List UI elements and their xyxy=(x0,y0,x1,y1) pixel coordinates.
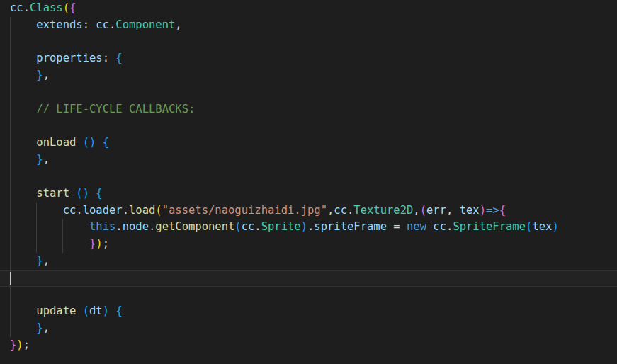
code-token-default: ; xyxy=(23,339,30,351)
code-token-default: ; xyxy=(103,237,109,250)
code-line[interactable]: // LIFE-CYCLE CALLBACKS: xyxy=(10,101,559,118)
code-token-default xyxy=(96,136,102,149)
code-token-default: . xyxy=(123,204,129,217)
code-token-default xyxy=(10,237,89,250)
code-line[interactable]: this.node.getComponent(cc.Sprite).sprite… xyxy=(10,219,559,236)
code-token-function: onLoad xyxy=(36,136,76,149)
code-line[interactable]: cc.Class({ xyxy=(10,0,559,17)
code-line[interactable] xyxy=(10,169,559,186)
code-token-default xyxy=(10,322,36,334)
code-token-variable: err xyxy=(426,204,446,217)
code-token-variable: cc xyxy=(334,204,347,217)
code-line[interactable]: extends: cc.Component, xyxy=(10,17,559,34)
code-line[interactable]: }, xyxy=(10,253,559,270)
code-token-bracket3: } xyxy=(36,153,43,166)
code-token-variable: cc xyxy=(242,220,255,233)
code-token-default: , xyxy=(175,18,181,31)
code-token-default xyxy=(10,220,89,233)
code-token-class: Texture2D xyxy=(353,204,413,217)
code-line[interactable] xyxy=(10,34,559,51)
code-token-default: . xyxy=(109,18,115,31)
code-token-class: SpriteFrame xyxy=(453,220,526,233)
code-token-bracket2: } xyxy=(10,339,16,351)
code-line[interactable]: start () { xyxy=(10,186,559,203)
code-token-default xyxy=(10,305,36,317)
code-token-bracket3: ) xyxy=(103,305,109,317)
code-line[interactable] xyxy=(10,118,559,135)
code-token-default xyxy=(10,254,36,267)
code-token-variable: spriteFrame xyxy=(314,220,387,233)
code-token-bracket3: } xyxy=(36,69,43,81)
code-token-default: . xyxy=(307,220,314,233)
code-token-comment: // LIFE-CYCLE CALLBACKS: xyxy=(36,103,195,115)
code-token-bracket3: () xyxy=(83,136,96,149)
code-token-default: , xyxy=(43,254,50,267)
code-token-variable: dt xyxy=(89,305,103,317)
code-token-default xyxy=(89,187,96,200)
code-token-function: load xyxy=(129,204,155,217)
code-token-bracket3: ) xyxy=(552,220,558,233)
text-cursor xyxy=(10,272,11,285)
code-token-default: . xyxy=(115,220,122,233)
code-token-default xyxy=(76,305,82,317)
code-token-default xyxy=(426,220,433,233)
code-token-bracket2: { xyxy=(69,1,76,14)
code-token-default: : xyxy=(83,18,96,31)
code-token-default xyxy=(76,136,82,149)
code-token-default xyxy=(69,187,76,200)
code-line[interactable]: }); xyxy=(10,236,559,253)
code-token-function: getComponent xyxy=(155,220,234,233)
code-line[interactable]: cc.loader.load("assets/naoguizhaidi.jpg"… xyxy=(10,203,559,220)
code-token-keyword: this xyxy=(89,220,115,233)
code-token-variable: tex xyxy=(460,204,480,217)
code-token-default xyxy=(10,153,36,166)
code-editor[interactable]: cc.Class({ extends: cc.Component, proper… xyxy=(0,0,617,364)
code-token-default: . xyxy=(347,204,353,217)
code-token-bracket3: { xyxy=(115,52,122,64)
code-token-bracket3: () xyxy=(76,187,89,200)
code-line[interactable] xyxy=(10,270,559,287)
code-token-default: : xyxy=(103,52,116,64)
code-line[interactable] xyxy=(10,84,559,101)
code-token-bracket2: { xyxy=(499,204,506,217)
code-token-keyword: new xyxy=(407,220,426,233)
code-token-bracket3: } xyxy=(36,254,43,267)
code-line[interactable]: properties: { xyxy=(10,50,559,67)
code-token-bracket3: ( xyxy=(526,220,532,233)
code-token-bracket2: ) xyxy=(480,204,486,217)
code-token-bracket3: } xyxy=(36,322,43,334)
code-token-default: . xyxy=(254,220,261,233)
code-line[interactable] xyxy=(10,287,559,304)
code-area: cc.Class({ extends: cc.Component, proper… xyxy=(10,0,559,354)
code-token-bracket2: ( xyxy=(420,204,426,217)
code-line[interactable]: }); xyxy=(10,337,559,354)
code-line[interactable]: onLoad () { xyxy=(10,135,559,152)
code-token-bracket1: ) xyxy=(96,237,102,250)
code-token-default: . xyxy=(76,204,82,217)
code-token-bracket2: } xyxy=(89,237,96,250)
code-token-variable: node xyxy=(123,220,149,233)
code-token-bracket1: ) xyxy=(16,339,23,351)
code-token-default xyxy=(109,305,115,317)
code-line[interactable]: }, xyxy=(10,152,559,169)
code-line[interactable]: update (dt) { xyxy=(10,303,559,320)
code-token-function: start xyxy=(36,187,69,200)
code-token-bracket3: ) xyxy=(301,220,307,233)
code-token-class: Sprite xyxy=(261,220,301,233)
code-token-bracket3: { xyxy=(115,305,122,317)
code-token-bracket3: { xyxy=(96,187,102,200)
code-token-keyword: => xyxy=(486,204,499,217)
code-line[interactable]: }, xyxy=(10,67,559,84)
code-token-default xyxy=(10,103,36,115)
code-token-default xyxy=(10,187,36,200)
code-token-bracket1: ( xyxy=(155,204,162,217)
code-token-default xyxy=(10,204,63,217)
code-token-variable: cc xyxy=(10,1,23,14)
code-token-default: . xyxy=(446,220,453,233)
code-token-default: , xyxy=(43,322,50,334)
code-token-variable: cc xyxy=(63,204,77,217)
code-token-default: . xyxy=(149,220,155,233)
code-line[interactable]: }, xyxy=(10,320,559,337)
code-token-bracket1: ( xyxy=(63,1,69,14)
code-token-default: , xyxy=(413,204,419,217)
